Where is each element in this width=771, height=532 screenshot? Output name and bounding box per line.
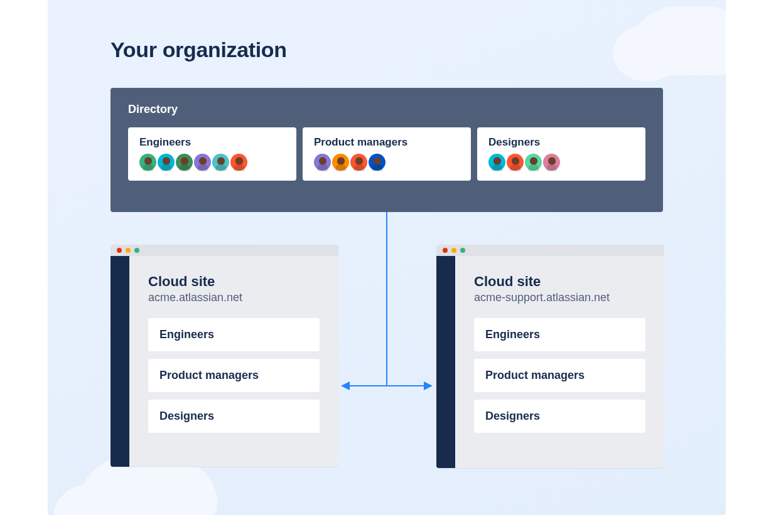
site-heading: Cloud site [474, 274, 645, 290]
avatar-row [139, 154, 285, 171]
group-card-designers: Designers [477, 127, 645, 181]
avatar-icon [332, 154, 349, 171]
group-name: Product managers [314, 136, 460, 149]
cloud-site-window: Cloud site acme.atlassian.net Engineers … [111, 245, 338, 467]
site-url: acme.atlassian.net [148, 291, 320, 304]
arrow-right-icon [424, 381, 433, 390]
traffic-light-minimize-icon [451, 248, 456, 253]
window-titlebar [111, 245, 338, 256]
traffic-light-close-icon [443, 248, 448, 253]
site-group-item: Engineers [148, 318, 320, 351]
avatar-icon [507, 154, 524, 171]
site-heading: Cloud site [148, 274, 320, 290]
traffic-light-close-icon [117, 248, 122, 253]
page-title: Your organization [111, 38, 287, 62]
arrow-left-icon [341, 381, 350, 390]
avatar-icon [525, 154, 542, 171]
site-sidebar [111, 256, 129, 467]
avatar-row [314, 154, 460, 171]
site-group-item: Designers [148, 400, 320, 433]
traffic-light-zoom-icon [460, 248, 465, 253]
site-group-item: Product managers [474, 359, 645, 392]
traffic-light-minimize-icon [126, 248, 131, 253]
avatar-icon [369, 154, 385, 171]
avatar-icon [139, 154, 156, 171]
directory-groups-row: Engineers Product managers [128, 127, 645, 181]
avatar-icon [176, 154, 193, 171]
avatar-icon [158, 154, 175, 171]
site-url: acme-support.atlassian.net [474, 291, 645, 304]
site-group-item: Engineers [474, 318, 645, 351]
connector-horizontal [349, 385, 424, 386]
cloud-site-window: Cloud site acme-support.atlassian.net En… [436, 245, 664, 468]
decorative-cloud-icon [632, 6, 726, 75]
avatar-icon [350, 154, 367, 171]
avatar-row [488, 154, 634, 171]
avatar-icon [488, 154, 505, 171]
diagram-canvas: Your organization Directory Engineers Pr… [48, 0, 726, 515]
group-card-engineers: Engineers [128, 127, 296, 181]
group-card-product-managers: Product managers [303, 127, 471, 181]
window-titlebar [436, 245, 664, 256]
site-group-item: Product managers [148, 359, 320, 392]
directory-panel: Directory Engineers Product managers [111, 88, 663, 212]
site-group-item: Designers [474, 400, 645, 433]
connector-vertical [386, 212, 387, 386]
traffic-light-zoom-icon [134, 248, 139, 253]
group-name: Designers [488, 136, 634, 149]
directory-title: Directory [128, 103, 645, 116]
avatar-icon [230, 154, 247, 171]
avatar-icon [194, 154, 211, 171]
avatar-icon [543, 154, 560, 171]
group-name: Engineers [139, 136, 285, 149]
site-sidebar [436, 256, 455, 468]
avatar-icon [212, 154, 229, 171]
avatar-icon [314, 154, 331, 171]
